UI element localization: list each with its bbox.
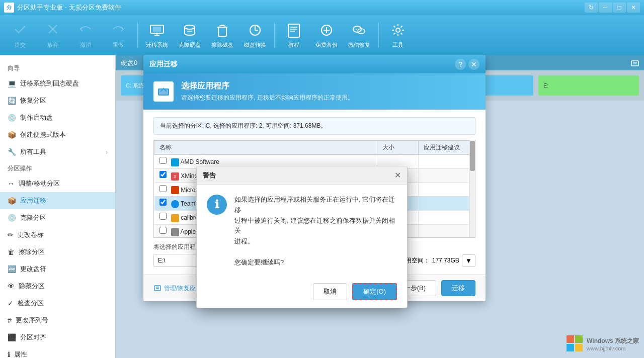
table-header: 名称 大小 应用迁移建议: [154, 141, 475, 155]
sidebar-item-hide[interactable]: 👁 隐藏分区: [0, 278, 115, 295]
app-rec-apple1: [419, 225, 475, 238]
resize-icon: ↔: [8, 180, 15, 188]
toolbar-backup[interactable]: 免费备份: [311, 18, 342, 53]
refresh-btn[interactable]: ↻: [585, 3, 598, 13]
svg-rect-37: [575, 344, 583, 351]
sidebar-item-app-migrate-label: 应用迁移: [20, 196, 46, 205]
toolbar-sep-1: [137, 23, 138, 48]
sidebar-item-migrate-os[interactable]: 💻 迁移系统到固态硬盘: [0, 75, 115, 92]
tools-icon: [390, 22, 406, 39]
checkbox-xmind[interactable]: [159, 171, 167, 178]
sidebar-item-check[interactable]: ✓ 检查分区: [0, 295, 115, 312]
wechat-icon: [351, 22, 367, 39]
dialog-header-title: 选择应用程序: [181, 81, 354, 92]
align-icon: ⬛: [8, 333, 16, 341]
watermark: Windows 系统之家 www.bjjmlv.com: [566, 334, 639, 354]
undo-icon: [78, 22, 93, 39]
toolbar-submit[interactable]: 提交: [5, 18, 35, 53]
dialog-close-btn[interactable]: ✕: [468, 59, 479, 70]
toolbar-discard[interactable]: 放弃: [38, 18, 68, 53]
col-name: 名称: [154, 141, 377, 155]
redo-label: 重做: [113, 41, 124, 49]
sidebar-item-resize-label: 调整/移动分区: [19, 179, 60, 188]
hide-icon: 👁: [8, 282, 15, 290]
sidebar-item-label-label: 更改卷标: [18, 230, 44, 239]
sidebar-item-properties-label: 属性: [14, 350, 27, 358]
sidebar-item-label[interactable]: ✏ 更改卷标: [0, 226, 115, 243]
sidebar-item-portable[interactable]: 📦 创建便携式版本: [0, 126, 115, 143]
warning-text: 如果选择的应用程序或相关服务正在运行中, 它们将在迁移 过程中被迫行关闭, 建议…: [234, 195, 397, 268]
checkbox-apple1[interactable]: [159, 227, 167, 234]
convert-label: 磁盘转换: [244, 41, 266, 49]
sidebar-item-recover[interactable]: 🔄 恢复分区: [0, 92, 115, 109]
toolbar-clone-disk[interactable]: 克隆硬盘: [175, 18, 205, 53]
toolbar-wipe-disk[interactable]: 擦除磁盘: [207, 18, 237, 53]
toolbar-undo[interactable]: 撤消: [70, 18, 101, 53]
window-controls: ↻ ─ □ ✕: [585, 3, 640, 13]
checkbox-teamviewer[interactable]: [159, 199, 167, 206]
scrollbar-thumb: [470, 141, 475, 171]
sidebar-item-align[interactable]: ⬛ 分区对齐: [0, 329, 115, 346]
cancel-button[interactable]: 取消: [313, 283, 347, 300]
toolbar-tutorial[interactable]: 教程: [279, 18, 309, 53]
sidebar-item-app-migrate[interactable]: 📦 应用迁移: [0, 192, 115, 209]
tools-label: 工具: [392, 41, 404, 49]
svg-rect-36: [567, 344, 574, 351]
tutorial-label: 教程: [288, 41, 299, 49]
warning-line4: 您确定要继续吗?: [234, 258, 284, 266]
arrow-icon: ›: [106, 148, 108, 156]
svg-rect-35: [575, 335, 583, 343]
toolbar: 提交 放弃 撤消 重做 迁移系统 克隆硬盘 擦除磁盘: [0, 15, 644, 55]
teamviewer-icon: [171, 200, 179, 208]
toolbar-convert[interactable]: 磁盘转换: [240, 18, 270, 53]
sidebar-item-drive-letter[interactable]: 🔤 更改盘符: [0, 260, 115, 278]
sidebar-item-all-tools-label: 所有工具: [20, 147, 46, 156]
discard-icon: [46, 22, 60, 39]
toolbar-redo[interactable]: 重做: [103, 18, 133, 53]
sidebar-item-drive-letter-label: 更改盘符: [20, 264, 46, 274]
sidebar-item-all-tools[interactable]: 🔧 所有工具 ›: [0, 143, 115, 160]
migrate-os-label: 迁移系统: [146, 41, 168, 49]
maximize-btn[interactable]: □: [613, 3, 626, 13]
path-dropdown-btn[interactable]: ▼: [462, 254, 475, 267]
sidebar-item-resize[interactable]: ↔ 调整/移动分区: [0, 175, 115, 192]
info-bar: 当前选择的分区: C, 选择的应用程序: 2, 可用空间: 371.68MB。: [153, 117, 475, 135]
minimize-btn[interactable]: ─: [599, 3, 612, 13]
apple1-icon: [171, 228, 179, 236]
all-tools-icon: 🔧: [8, 148, 16, 156]
warning-close-btn[interactable]: ✕: [394, 170, 401, 180]
wipe-icon: 🗑: [8, 248, 15, 256]
space-value: 177.73GB: [432, 257, 459, 264]
checkbox-amd[interactable]: [159, 157, 167, 164]
discard-label: 放弃: [47, 41, 58, 49]
toolbar-migrate-os[interactable]: 迁移系统: [142, 18, 172, 53]
warning-title: 警告: [203, 171, 216, 180]
migrate-button[interactable]: 迁移: [441, 280, 475, 296]
backup-label: 免费备份: [315, 41, 338, 49]
sidebar-item-wipe[interactable]: 🗑 擦除分区: [0, 243, 115, 260]
sidebar-item-migrate-os-label: 迁移系统到固态硬盘: [20, 79, 79, 88]
sidebar-item-properties[interactable]: ℹ 属性: [0, 346, 115, 358]
app-rec-calibre: [419, 211, 475, 225]
scrollbar-track[interactable]: [469, 140, 475, 237]
warning-dialog: 警告 ✕ ℹ 如果选择的应用程序或相关服务正在运行中, 它们将在迁移 过程中被迫…: [196, 166, 408, 308]
toolbar-tools[interactable]: 工具: [383, 18, 413, 53]
checkbox-calibre[interactable]: [159, 213, 167, 220]
confirm-button[interactable]: 确定(O): [352, 283, 397, 300]
toolbar-wechat[interactable]: 微信恢复: [344, 18, 374, 53]
submit-icon: [13, 22, 27, 39]
sidebar-item-check-label: 检查分区: [18, 299, 44, 308]
dialog-help-btn[interactable]: ?: [455, 59, 466, 70]
svg-point-24: [358, 29, 359, 30]
sidebar: 向导 💻 迁移系统到固态硬盘 🔄 恢复分区 💿 制作启动盘 📦 创建便携式版本 …: [0, 55, 116, 358]
wipe-disk-label: 擦除磁盘: [211, 41, 233, 49]
svg-point-7: [185, 25, 195, 29]
sidebar-item-serial[interactable]: # 更改序列号: [0, 312, 115, 329]
close-btn[interactable]: ✕: [627, 3, 640, 13]
checkbox-office[interactable]: [159, 185, 167, 192]
sidebar-item-clone[interactable]: 💿 克隆分区: [0, 209, 115, 226]
sidebar-item-boot[interactable]: 💿 制作启动盘: [0, 109, 115, 126]
office-icon: [171, 186, 179, 194]
warning-icon: ℹ: [207, 195, 227, 215]
col-size: 大小: [377, 141, 419, 155]
